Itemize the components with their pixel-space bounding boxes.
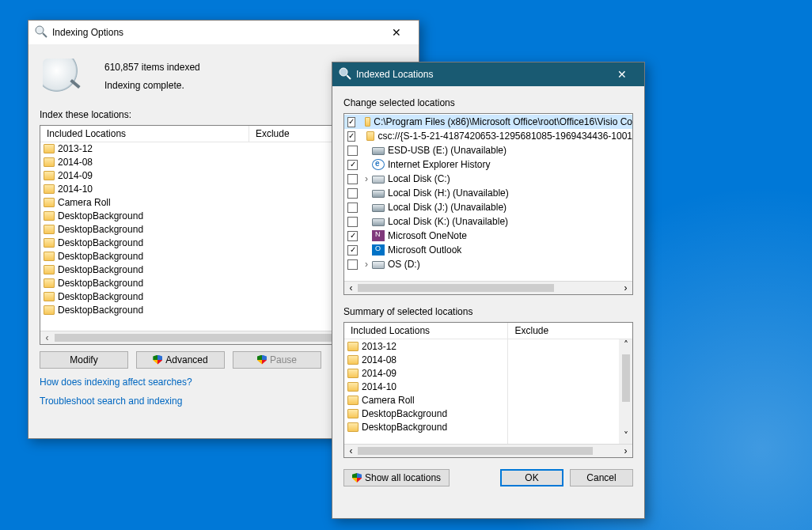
list-item[interactable]: 2014-10 [344, 380, 507, 393]
list-item[interactable]: 2014-08 [344, 353, 507, 366]
header-exclude[interactable]: Exclude [508, 323, 632, 339]
list-item-label: DesktopBackground [362, 422, 447, 433]
scroll-right-icon[interactable]: › [619, 282, 632, 293]
folder-icon [44, 198, 55, 207]
tree-row-label: Local Disk (J:) (Unavailable) [388, 202, 507, 213]
advanced-button[interactable]: Advanced [136, 351, 225, 369]
ok-button[interactable]: OK [500, 469, 563, 486]
troubleshoot-link[interactable]: Troubleshoot search and indexing [40, 396, 182, 407]
folder-icon [347, 342, 359, 351]
disk-icon [372, 176, 385, 184]
checkbox[interactable]: ✓ [347, 131, 355, 142]
scroll-down-icon[interactable]: ˅ [619, 430, 632, 444]
tree-row[interactable]: Local Disk (H:) (Unavailable) [344, 186, 632, 200]
scroll-right-icon[interactable]: › [619, 445, 632, 456]
list-item-label: 2013-12 [362, 341, 397, 352]
tree-row-label: C:\Program Files (x86)\Microsoft Office\… [374, 116, 632, 127]
tree-row[interactable]: ✓Microsoft Outlook [344, 243, 632, 257]
scroll-left-icon[interactable]: ‹ [344, 445, 358, 456]
checkbox[interactable] [347, 174, 358, 184]
checkbox[interactable]: ✓ [347, 231, 358, 241]
list-item-label: DesktopBackground [58, 210, 143, 221]
list-item[interactable]: Camera Roll [344, 393, 507, 407]
checkbox[interactable]: ✓ [347, 245, 358, 256]
list-item-label: Camera Roll [58, 197, 111, 208]
expand-icon[interactable]: › [362, 259, 370, 270]
horizontal-scrollbar[interactable]: ‹ › [344, 281, 632, 294]
indexing-status-text: Indexing complete. [104, 77, 200, 95]
tree-row[interactable]: ›Local Disk (C:) [344, 172, 632, 186]
horizontal-scrollbar[interactable]: ‹ › [344, 444, 632, 457]
indexed-locations-icon [339, 67, 351, 82]
scroll-up-icon[interactable]: ˄ [619, 339, 632, 353]
list-item-label: DesktopBackground [58, 251, 143, 262]
list-item-label: 2014-09 [362, 368, 397, 379]
folder-icon [347, 409, 359, 418]
scroll-thumb[interactable] [358, 284, 554, 292]
scroll-thumb[interactable] [358, 447, 593, 455]
change-locations-label: Change selected locations [343, 97, 633, 108]
list-item[interactable]: 2014-09 [344, 366, 507, 380]
drive-icon [372, 218, 385, 226]
list-item-label: DesktopBackground [58, 264, 143, 275]
vertical-scrollbar[interactable]: ˄ ˅ [619, 339, 632, 444]
tree-row[interactable]: ✓csc://{S-1-5-21-4187420653-1295681085-1… [344, 129, 632, 143]
tree-row-label: Local Disk (H:) (Unavailable) [388, 187, 509, 199]
drive-icon [372, 204, 385, 212]
tree-row-label: Microsoft OneNote [388, 230, 467, 241]
modify-button[interactable]: Modify [40, 351, 128, 369]
list-item-label: Camera Roll [362, 395, 415, 406]
close-button[interactable]: ✕ [379, 21, 414, 44]
list-item[interactable]: 2013-12 [344, 339, 507, 353]
shield-icon [153, 355, 162, 365]
folder-icon [44, 278, 55, 288]
folder-icon [44, 157, 55, 167]
tree-row[interactable]: ✓Internet Explorer History [344, 157, 632, 172]
scroll-thumb[interactable] [622, 354, 630, 402]
drive-icon [372, 147, 385, 155]
locations-tree: ✓C:\Program Files (x86)\Microsoft Office… [343, 113, 633, 295]
svg-point-2 [340, 68, 347, 76]
folder-icon [44, 211, 55, 221]
tree-row[interactable]: Local Disk (K:) (Unavailable) [344, 214, 632, 229]
show-all-locations-button[interactable]: Show all locations [343, 469, 450, 486]
indexing-options-titlebar[interactable]: Indexing Options ✕ [28, 21, 419, 44]
folder-icon [44, 265, 55, 274]
faq-link[interactable]: How does indexing affect searches? [40, 377, 192, 388]
onenote-icon [372, 230, 385, 241]
folder-icon [44, 238, 55, 248]
scroll-left-icon[interactable]: ‹ [344, 282, 358, 293]
folder-icon [44, 292, 55, 301]
tree-row-label: Internet Explorer History [388, 159, 490, 170]
tree-row[interactable]: ✓C:\Program Files (x86)\Microsoft Office… [344, 115, 632, 129]
list-item-label: DesktopBackground [362, 408, 447, 419]
checkbox[interactable]: ✓ [347, 160, 358, 170]
checkbox[interactable]: ✓ [347, 117, 355, 127]
scroll-left-icon[interactable]: ‹ [40, 332, 54, 343]
cancel-button[interactable]: Cancel [570, 469, 633, 486]
list-item[interactable]: DesktopBackground [344, 407, 507, 420]
ie-icon [372, 159, 385, 170]
tree-row[interactable]: ESD-USB (E:) (Unavailable) [344, 143, 632, 157]
checkbox[interactable] [347, 146, 358, 156]
checkbox[interactable] [347, 259, 358, 270]
list-item-label: 2014-08 [362, 354, 397, 365]
items-indexed-text: 610,857 items indexed [104, 59, 200, 77]
tree-row[interactable]: ✓Microsoft OneNote [344, 229, 632, 243]
folder-icon [366, 131, 374, 141]
svg-point-0 [36, 26, 44, 34]
list-item-label: DesktopBackground [58, 305, 143, 316]
list-item[interactable]: DesktopBackground [344, 420, 507, 433]
header-included[interactable]: Included Locations [344, 323, 508, 339]
checkbox[interactable] [347, 188, 358, 199]
folder-icon [44, 305, 55, 315]
svg-line-1 [43, 33, 47, 37]
tree-row[interactable]: ›OS (D:) [344, 257, 632, 271]
expand-icon[interactable]: › [362, 173, 370, 184]
indexed-locations-titlebar[interactable]: Indexed Locations ✕ [332, 62, 644, 86]
close-button[interactable]: ✕ [605, 63, 639, 85]
checkbox[interactable] [347, 217, 358, 227]
tree-row[interactable]: Local Disk (J:) (Unavailable) [344, 200, 632, 214]
header-included[interactable]: Included Locations [40, 126, 249, 142]
checkbox[interactable] [347, 203, 358, 213]
